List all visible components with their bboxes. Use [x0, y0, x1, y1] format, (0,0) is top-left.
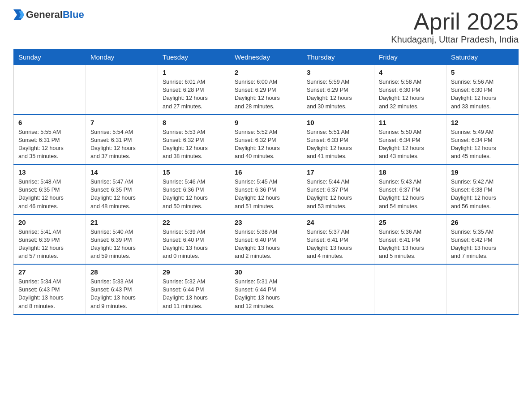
calendar-week-row: 1Sunrise: 6:01 AM Sunset: 6:28 PM Daylig… [14, 65, 519, 115]
day-info: Sunrise: 5:49 AM Sunset: 6:34 PM Dayligh… [451, 128, 514, 161]
calendar-cell: 20Sunrise: 5:41 AM Sunset: 6:39 PM Dayli… [14, 214, 86, 265]
calendar-cell: 5Sunrise: 5:56 AM Sunset: 6:30 PM Daylig… [446, 65, 519, 115]
day-info: Sunrise: 5:56 AM Sunset: 6:30 PM Dayligh… [451, 78, 514, 111]
day-number: 21 [90, 218, 153, 226]
day-info: Sunrise: 5:31 AM Sunset: 6:44 PM Dayligh… [235, 278, 297, 310]
day-number: 19 [451, 168, 514, 176]
day-info: Sunrise: 5:37 AM Sunset: 6:41 PM Dayligh… [307, 228, 369, 261]
day-info: Sunrise: 5:48 AM Sunset: 6:35 PM Dayligh… [18, 178, 81, 210]
calendar-cell: 28Sunrise: 5:33 AM Sunset: 6:43 PM Dayli… [86, 264, 158, 314]
calendar-cell: 7Sunrise: 5:54 AM Sunset: 6:31 PM Daylig… [86, 115, 158, 165]
day-number: 13 [18, 168, 81, 176]
calendar-cell [14, 65, 86, 115]
calendar-cell: 29Sunrise: 5:32 AM Sunset: 6:44 PM Dayli… [158, 264, 230, 314]
day-info: Sunrise: 6:01 AM Sunset: 6:28 PM Dayligh… [163, 78, 225, 111]
calendar-cell [446, 264, 519, 314]
calendar-cell: 25Sunrise: 5:36 AM Sunset: 6:41 PM Dayli… [374, 214, 446, 265]
day-info: Sunrise: 5:39 AM Sunset: 6:40 PM Dayligh… [163, 228, 225, 261]
day-number: 8 [163, 119, 225, 126]
day-number: 30 [235, 268, 297, 276]
calendar-week-row: 13Sunrise: 5:48 AM Sunset: 6:35 PM Dayli… [14, 164, 519, 214]
logo-text-general: General [26, 9, 63, 20]
calendar-cell: 8Sunrise: 5:53 AM Sunset: 6:32 PM Daylig… [158, 115, 230, 165]
day-info: Sunrise: 5:51 AM Sunset: 6:33 PM Dayligh… [307, 128, 369, 161]
calendar-cell [302, 264, 374, 314]
day-number: 14 [90, 168, 153, 176]
day-number: 6 [18, 119, 81, 126]
day-info: Sunrise: 5:53 AM Sunset: 6:32 PM Dayligh… [163, 128, 225, 161]
day-info: Sunrise: 5:52 AM Sunset: 6:32 PM Dayligh… [235, 128, 297, 161]
calendar-cell: 30Sunrise: 5:31 AM Sunset: 6:44 PM Dayli… [230, 264, 302, 314]
day-info: Sunrise: 5:50 AM Sunset: 6:34 PM Dayligh… [379, 128, 442, 161]
day-number: 17 [307, 168, 369, 176]
day-number: 7 [90, 119, 153, 126]
weekday-header: Sunday [14, 50, 86, 65]
weekday-header: Wednesday [230, 50, 302, 65]
day-info: Sunrise: 5:54 AM Sunset: 6:31 PM Dayligh… [90, 128, 153, 161]
weekday-header: Tuesday [158, 50, 230, 65]
day-info: Sunrise: 5:46 AM Sunset: 6:36 PM Dayligh… [163, 178, 225, 210]
day-number: 9 [235, 119, 297, 126]
day-number: 26 [451, 218, 514, 226]
weekday-header: Friday [374, 50, 446, 65]
day-number: 3 [307, 68, 369, 76]
calendar-cell: 11Sunrise: 5:50 AM Sunset: 6:34 PM Dayli… [374, 115, 446, 165]
calendar-cell: 24Sunrise: 5:37 AM Sunset: 6:41 PM Dayli… [302, 214, 374, 265]
logo-text-blue: Blue [63, 9, 84, 20]
day-number: 12 [451, 119, 514, 126]
calendar-cell: 22Sunrise: 5:39 AM Sunset: 6:40 PM Dayli… [158, 214, 230, 265]
day-info: Sunrise: 5:44 AM Sunset: 6:37 PM Dayligh… [307, 178, 369, 210]
day-number: 16 [235, 168, 297, 176]
weekday-header: Monday [86, 50, 158, 65]
day-info: Sunrise: 5:34 AM Sunset: 6:43 PM Dayligh… [18, 278, 81, 310]
day-info: Sunrise: 5:36 AM Sunset: 6:41 PM Dayligh… [379, 228, 442, 261]
title-section: April 2025 Khudaganj, Uttar Pradesh, Ind… [391, 9, 519, 45]
calendar-cell [86, 65, 158, 115]
day-number: 10 [307, 119, 369, 126]
day-number: 2 [235, 68, 297, 76]
month-title: April 2025 [391, 9, 519, 34]
calendar-cell: 15Sunrise: 5:46 AM Sunset: 6:36 PM Dayli… [158, 164, 230, 214]
day-number: 1 [163, 68, 225, 76]
day-info: Sunrise: 5:41 AM Sunset: 6:39 PM Dayligh… [18, 228, 81, 261]
calendar-cell: 10Sunrise: 5:51 AM Sunset: 6:33 PM Dayli… [302, 115, 374, 165]
day-info: Sunrise: 5:33 AM Sunset: 6:43 PM Dayligh… [90, 278, 153, 310]
weekday-header: Saturday [446, 50, 519, 65]
calendar-cell: 17Sunrise: 5:44 AM Sunset: 6:37 PM Dayli… [302, 164, 374, 214]
calendar-cell: 21Sunrise: 5:40 AM Sunset: 6:39 PM Dayli… [86, 214, 158, 265]
calendar-cell [374, 264, 446, 314]
calendar-cell: 19Sunrise: 5:42 AM Sunset: 6:38 PM Dayli… [446, 164, 519, 214]
logo-icon [13, 9, 24, 20]
calendar-cell: 26Sunrise: 5:35 AM Sunset: 6:42 PM Dayli… [446, 214, 519, 265]
day-number: 11 [379, 119, 442, 126]
calendar-week-row: 6Sunrise: 5:55 AM Sunset: 6:31 PM Daylig… [14, 115, 519, 165]
day-info: Sunrise: 5:32 AM Sunset: 6:44 PM Dayligh… [163, 278, 225, 310]
calendar-cell: 14Sunrise: 5:47 AM Sunset: 6:35 PM Dayli… [86, 164, 158, 214]
day-info: Sunrise: 5:59 AM Sunset: 6:29 PM Dayligh… [307, 78, 369, 111]
day-number: 5 [451, 68, 514, 76]
calendar-cell: 13Sunrise: 5:48 AM Sunset: 6:35 PM Dayli… [14, 164, 86, 214]
calendar-cell: 18Sunrise: 5:43 AM Sunset: 6:37 PM Dayli… [374, 164, 446, 214]
calendar-cell: 4Sunrise: 5:58 AM Sunset: 6:30 PM Daylig… [374, 65, 446, 115]
day-number: 24 [307, 218, 369, 226]
day-info: Sunrise: 5:43 AM Sunset: 6:37 PM Dayligh… [379, 178, 442, 210]
day-number: 29 [163, 268, 225, 276]
day-info: Sunrise: 5:42 AM Sunset: 6:38 PM Dayligh… [451, 178, 514, 210]
day-info: Sunrise: 5:38 AM Sunset: 6:40 PM Dayligh… [235, 228, 297, 261]
day-number: 15 [163, 168, 225, 176]
day-number: 20 [18, 218, 81, 226]
calendar-cell: 6Sunrise: 5:55 AM Sunset: 6:31 PM Daylig… [14, 115, 86, 165]
calendar-cell: 1Sunrise: 6:01 AM Sunset: 6:28 PM Daylig… [158, 65, 230, 115]
logo: GeneralBlue [13, 9, 84, 21]
location: Khudaganj, Uttar Pradesh, India [391, 34, 519, 45]
day-info: Sunrise: 6:00 AM Sunset: 6:29 PM Dayligh… [235, 78, 297, 111]
day-number: 27 [18, 268, 81, 276]
weekday-header-row: SundayMondayTuesdayWednesdayThursdayFrid… [14, 50, 519, 65]
calendar-cell: 12Sunrise: 5:49 AM Sunset: 6:34 PM Dayli… [446, 115, 519, 165]
day-info: Sunrise: 5:58 AM Sunset: 6:30 PM Dayligh… [379, 78, 442, 111]
day-info: Sunrise: 5:35 AM Sunset: 6:42 PM Dayligh… [451, 228, 514, 261]
calendar-cell: 3Sunrise: 5:59 AM Sunset: 6:29 PM Daylig… [302, 65, 374, 115]
day-info: Sunrise: 5:47 AM Sunset: 6:35 PM Dayligh… [90, 178, 153, 210]
day-info: Sunrise: 5:45 AM Sunset: 6:36 PM Dayligh… [235, 178, 297, 210]
day-number: 28 [90, 268, 153, 276]
